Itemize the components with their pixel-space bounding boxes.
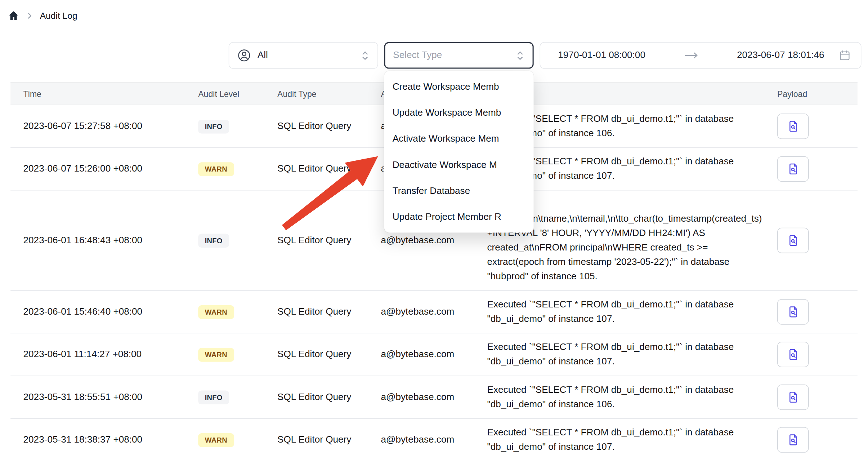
- type-filter-select[interactable]: Select Type: [384, 42, 534, 69]
- dropdown-item[interactable]: Create Workspace Memb: [384, 74, 534, 99]
- table-row: 2023-06-01 15:46:40 +08:00 WARN SQL Edit…: [10, 291, 858, 333]
- header-audit-level: Audit Level: [198, 89, 277, 98]
- dropdown-item[interactable]: Transfer Database: [384, 178, 534, 204]
- document-search-icon: [786, 433, 800, 447]
- table-row: 2023-06-01 11:14:27 +08:00 WARN SQL Edit…: [10, 333, 858, 376]
- cell-time: 2023-06-01 16:48:43 +08:00: [10, 235, 198, 246]
- cell-time: 2023-06-07 15:26:00 +08:00: [10, 163, 198, 174]
- arrow-right-icon: [645, 51, 737, 60]
- cell-audit-type: SQL Editor Query: [277, 306, 381, 318]
- payload-view-button[interactable]: [777, 342, 809, 367]
- cell-time: 2023-06-01 15:46:40 +08:00: [10, 306, 198, 318]
- home-icon[interactable]: [8, 10, 19, 22]
- document-search-icon: [786, 120, 800, 133]
- filter-bar: All Select Type 1970-01-01 08:00:00 2023…: [229, 42, 862, 69]
- cell-comment: Executed `"SELECT * FROM db_ui_demo.t1;"…: [487, 297, 777, 326]
- actor-filter-value: All: [258, 50, 268, 61]
- chevron-updown-icon: [515, 50, 525, 61]
- audit-level-badge: WARN: [198, 162, 234, 176]
- cell-audit-type: SQL Editor Query: [277, 349, 381, 360]
- header-audit-type: Audit Type: [277, 89, 381, 98]
- type-dropdown-menu: Create Workspace Memb Update Workspace M…: [384, 71, 534, 233]
- cell-time: 2023-06-01 11:14:27 +08:00: [10, 349, 198, 360]
- person-icon: [237, 48, 251, 63]
- audit-level-badge: WARN: [198, 347, 234, 361]
- dropdown-item[interactable]: Activate Workspace Mem: [384, 126, 534, 152]
- cell-time: 2023-06-07 15:27:58 +08:00: [10, 121, 198, 132]
- chevron-updown-icon: [361, 50, 370, 61]
- cell-comment: Executed `"SELECT * FROM db_ui_demo.t1;"…: [487, 383, 777, 412]
- page-title: Audit Log: [40, 11, 77, 21]
- cell-audit-type: SQL Editor Query: [277, 392, 381, 403]
- breadcrumb: Audit Log: [8, 10, 77, 22]
- cell-audit-type: SQL Editor Query: [277, 434, 381, 445]
- audit-level-badge: INFO: [198, 390, 229, 404]
- dropdown-item[interactable]: Update Workspace Memb: [384, 100, 534, 126]
- audit-level-badge: INFO: [198, 234, 229, 247]
- cell-comment: Executed `"SELECT * FROM db_ui_demo.t1;"…: [487, 425, 777, 454]
- audit-level-badge: WARN: [198, 433, 234, 447]
- payload-view-button[interactable]: [777, 114, 809, 139]
- cell-time: 2023-05-31 18:38:37 +08:00: [10, 434, 198, 445]
- date-from[interactable]: 1970-01-01 08:00:00: [558, 50, 645, 61]
- date-to[interactable]: 2023-06-07 18:01:46: [737, 50, 824, 61]
- audit-log-page: Audit Log All Select Type 1970-01-01 08:…: [0, 0, 868, 457]
- document-search-icon: [786, 391, 800, 404]
- document-search-icon: [786, 234, 800, 247]
- cell-actor: a@bytebase.com: [381, 349, 487, 360]
- table-row: 2023-05-31 18:38:37 +08:00 WARN SQL Edit…: [10, 419, 858, 457]
- date-range-picker[interactable]: 1970-01-01 08:00:00 2023-06-07 18:01:46: [540, 42, 862, 69]
- calendar-icon: [839, 49, 851, 62]
- dropdown-item[interactable]: Update Project Member R: [384, 204, 534, 230]
- document-search-icon: [786, 305, 800, 319]
- cell-time: 2023-05-31 18:55:51 +08:00: [10, 392, 198, 403]
- cell-actor: a@bytebase.com: [381, 235, 487, 246]
- header-time: Time: [10, 89, 198, 98]
- cell-audit-type: SQL Editor Query: [277, 163, 381, 174]
- document-search-icon: [786, 162, 800, 176]
- cell-actor: a@bytebase.com: [381, 434, 487, 445]
- chevron-right-icon: [26, 12, 34, 20]
- cell-actor: a@bytebase.com: [381, 392, 487, 403]
- dropdown-item[interactable]: Deactivate Workspace M: [384, 152, 534, 178]
- cell-actor: a@bytebase.com: [381, 306, 487, 318]
- payload-view-button[interactable]: [777, 427, 809, 453]
- type-filter-placeholder: Select Type: [393, 50, 442, 61]
- table-row: 2023-05-31 18:55:51 +08:00 INFO SQL Edit…: [10, 376, 858, 419]
- actor-filter-select[interactable]: All: [229, 42, 378, 69]
- payload-view-button[interactable]: [777, 156, 809, 182]
- cell-audit-type: SQL Editor Query: [277, 235, 381, 246]
- audit-level-badge: INFO: [198, 119, 229, 133]
- cell-comment: Executed `"SELECT * FROM db_ui_demo.t1;"…: [487, 340, 777, 369]
- audit-level-badge: WARN: [198, 305, 234, 319]
- cell-audit-type: SQL Editor Query: [277, 121, 381, 132]
- header-payload: Payload: [777, 89, 858, 98]
- payload-view-button[interactable]: [777, 228, 809, 253]
- document-search-icon: [786, 348, 800, 361]
- payload-view-button[interactable]: [777, 385, 809, 410]
- payload-view-button[interactable]: [777, 299, 809, 325]
